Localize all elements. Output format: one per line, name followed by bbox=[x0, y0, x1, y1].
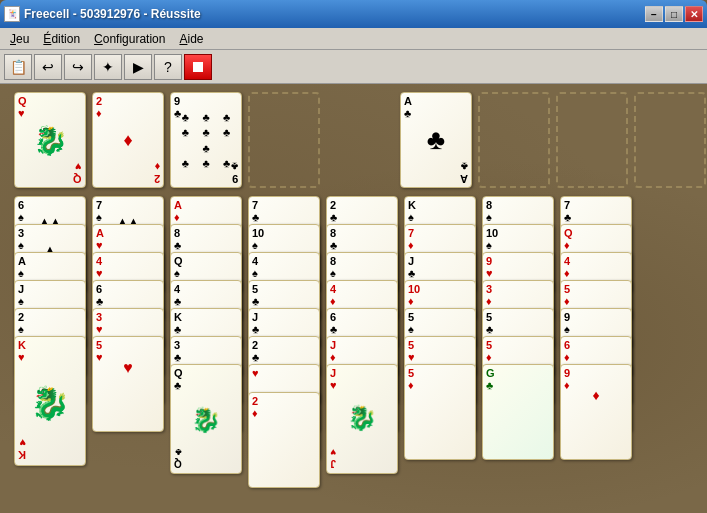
window-controls: − □ ✕ bbox=[645, 6, 703, 22]
freecell-4-empty[interactable] bbox=[248, 92, 320, 188]
col4-card8[interactable]: 2♦ bbox=[248, 392, 320, 488]
menu-item-aide[interactable]: Aide bbox=[173, 30, 209, 48]
undo-button[interactable]: ↩ bbox=[34, 54, 62, 80]
freecell-3[interactable]: 9♣ ♣♣♣ ♣♣♣ ♣ ♣♣♣ 9♣ bbox=[170, 92, 242, 188]
col3-card7[interactable]: Q♣ 🐉 Q♣ bbox=[170, 364, 242, 474]
hint-button[interactable]: ✦ bbox=[94, 54, 122, 80]
redo-button[interactable]: ↪ bbox=[64, 54, 92, 80]
foundation-4[interactable] bbox=[634, 92, 706, 188]
toolbar: 📋 ↩ ↪ ✦ ▶ ? ⏹ bbox=[0, 50, 707, 84]
maximize-button[interactable]: □ bbox=[665, 6, 683, 22]
title-bar: 🃏 Freecell - 503912976 - Réussite − □ ✕ bbox=[0, 0, 707, 28]
col6-card7[interactable]: 5♦ bbox=[404, 364, 476, 460]
col5-card7[interactable]: J♥ 🐉 J♥ bbox=[326, 364, 398, 474]
window-title: Freecell - 503912976 - Réussite bbox=[24, 7, 201, 21]
col7-card7[interactable]: G♣ bbox=[482, 364, 554, 460]
menu-item-edition[interactable]: Édition bbox=[37, 30, 86, 48]
col8-card7[interactable]: 9♦ ♦ bbox=[560, 364, 632, 460]
minimize-button[interactable]: − bbox=[645, 6, 663, 22]
help-button[interactable]: ? bbox=[154, 54, 182, 80]
menu-bar: Jeu Édition Configuration Aide bbox=[0, 28, 707, 50]
app-icon: 🃏 bbox=[4, 6, 20, 22]
foundation-3[interactable] bbox=[556, 92, 628, 188]
jack-hearts-dragon: 🐉 bbox=[335, 383, 389, 453]
play-button[interactable]: ▶ bbox=[124, 54, 152, 80]
col2-card6[interactable]: 5♥ ♥ bbox=[92, 336, 164, 432]
game-area: Q♥ 🐉 Q♥ 2♦ ♦ 2♦ 9♣ ♣♣♣ ♣♣♣ ♣ ♣♣♣ 9♣ A♣ ♣… bbox=[0, 84, 707, 513]
freecell-2[interactable]: 2♦ ♦ 2♦ bbox=[92, 92, 164, 188]
queen-clubs-dragon: 🐉 bbox=[179, 387, 233, 453]
menu-item-configuration[interactable]: Configuration bbox=[88, 30, 171, 48]
freecell-1[interactable]: Q♥ 🐉 Q♥ bbox=[14, 92, 86, 188]
foundation-1[interactable]: A♣ ♣ A♣ bbox=[400, 92, 472, 188]
close-button[interactable]: ✕ bbox=[685, 6, 703, 22]
foundation-2[interactable] bbox=[478, 92, 550, 188]
col1-card6[interactable]: K♥ 🐉 K♥ bbox=[14, 336, 86, 466]
new-game-button[interactable]: 📋 bbox=[4, 54, 32, 80]
stop-button[interactable]: ⏹ bbox=[184, 54, 212, 80]
dragon-icon: 🐉 bbox=[23, 113, 77, 167]
title-bar-left: 🃏 Freecell - 503912976 - Réussite bbox=[4, 6, 201, 22]
menu-item-jeu[interactable]: Jeu bbox=[4, 30, 35, 48]
king-hearts-dragon: 🐉 bbox=[23, 361, 77, 445]
